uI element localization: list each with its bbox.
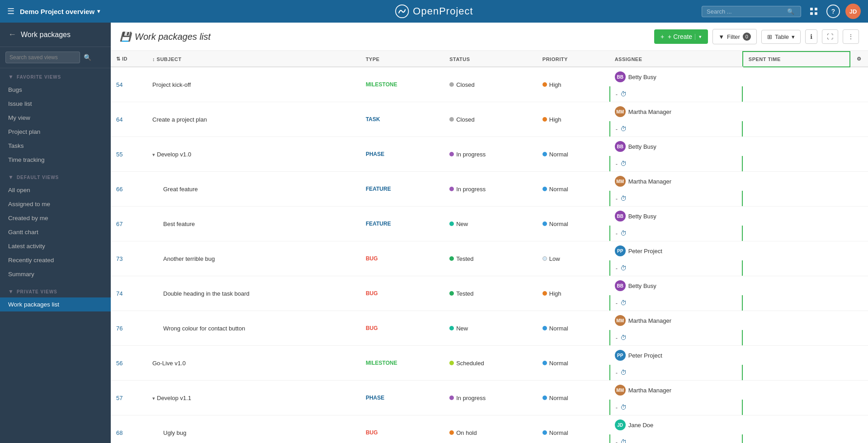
cell-id[interactable]: 55 bbox=[111, 137, 147, 172]
col-header-subject[interactable]: ↕ SUBJECT bbox=[147, 52, 360, 67]
favorite-views-toggle[interactable]: ▼ bbox=[8, 74, 14, 80]
cell-id[interactable]: 54 bbox=[111, 67, 147, 102]
cell-subject[interactable]: Ugly bug bbox=[147, 415, 360, 443]
cell-subject[interactable]: Great feature bbox=[147, 172, 360, 207]
sidebar-item-time-tracking[interactable]: Time tracking bbox=[0, 153, 111, 167]
hamburger-menu[interactable]: ☰ bbox=[7, 6, 14, 16]
log-time-icon[interactable]: ⏱ bbox=[620, 369, 627, 376]
log-time-icon[interactable]: ⏱ bbox=[620, 160, 627, 167]
sidebar-back-button[interactable]: ← bbox=[8, 30, 16, 39]
log-time-icon[interactable]: ⏱ bbox=[620, 334, 627, 341]
private-views-toggle[interactable]: ▼ bbox=[8, 288, 14, 295]
cell-subject[interactable]: Best feature bbox=[147, 207, 360, 241]
col-header-assignee[interactable]: ASSIGNEE bbox=[609, 52, 743, 67]
saved-views-search-input[interactable] bbox=[5, 52, 80, 63]
info-button[interactable]: ℹ bbox=[805, 29, 817, 44]
cell-subject[interactable]: Go-Live v1.0 bbox=[147, 346, 360, 381]
log-time-icon[interactable]: ⏱ bbox=[620, 299, 627, 306]
sidebar-item-my-view[interactable]: My view bbox=[0, 111, 111, 125]
col-header-status[interactable]: STATUS bbox=[444, 52, 537, 67]
col-header-spent-time[interactable]: SPENT TIME bbox=[743, 52, 850, 67]
log-time-icon[interactable]: ⏱ bbox=[620, 125, 627, 132]
cell-id[interactable]: 74 bbox=[111, 276, 147, 311]
sidebar-item-work-packages-list[interactable]: Work packages list bbox=[0, 297, 111, 311]
expand-row-icon[interactable]: ▾ bbox=[152, 152, 155, 157]
sidebar-item-recently-created[interactable]: Recently created bbox=[0, 253, 111, 267]
svg-rect-3 bbox=[810, 12, 813, 15]
filter-button[interactable]: ▼ Filter 0 bbox=[712, 29, 757, 44]
cell-spent-time[interactable]: -⏱ bbox=[609, 226, 743, 241]
assignee-name: Martha Manager bbox=[628, 387, 671, 394]
cell-subject[interactable]: Wrong colour for contact button bbox=[147, 311, 360, 346]
cell-spent-time[interactable]: -⏱ bbox=[609, 295, 743, 311]
sidebar-item-tasks[interactable]: Tasks bbox=[0, 139, 111, 153]
default-views-section: ▼ DEFAULT VIEWS All open Assigned to me … bbox=[0, 169, 111, 283]
cell-subject[interactable]: ▾Develop v1.0 bbox=[147, 137, 360, 172]
log-time-icon[interactable]: ⏱ bbox=[620, 195, 627, 202]
cell-id[interactable]: 73 bbox=[111, 241, 147, 276]
cell-id[interactable]: 57 bbox=[111, 381, 147, 415]
cell-subject[interactable]: Double heading in the task board bbox=[147, 276, 360, 311]
priority-dot bbox=[542, 291, 547, 296]
sidebar-item-bugs[interactable]: Bugs bbox=[0, 83, 111, 97]
cell-id[interactable]: 68 bbox=[111, 415, 147, 443]
cell-spent-time[interactable]: -⏱ bbox=[609, 191, 743, 206]
col-header-id[interactable]: ⇅ ID bbox=[111, 52, 147, 67]
grid-icon[interactable] bbox=[807, 4, 821, 19]
cell-spent-time[interactable]: -⏱ bbox=[609, 121, 743, 137]
cell-spent-time[interactable]: -⏱ bbox=[609, 330, 743, 345]
log-time-icon[interactable]: ⏱ bbox=[620, 438, 627, 443]
more-options-button[interactable]: ⋮ bbox=[843, 29, 859, 44]
cell-subject[interactable]: Another terrible bug bbox=[147, 241, 360, 276]
cell-id[interactable]: 66 bbox=[111, 172, 147, 207]
cell-id[interactable]: 67 bbox=[111, 207, 147, 241]
sidebar-item-all-open[interactable]: All open bbox=[0, 183, 111, 197]
sidebar-item-created-by-me[interactable]: Created by me bbox=[0, 211, 111, 225]
log-time-icon[interactable]: ⏱ bbox=[620, 90, 627, 98]
cell-id[interactable]: 64 bbox=[111, 102, 147, 137]
log-time-icon[interactable]: ⏱ bbox=[620, 230, 627, 237]
global-search-input[interactable] bbox=[707, 8, 783, 15]
create-button[interactable]: + + Create ▾ bbox=[654, 29, 708, 44]
create-dropdown-icon[interactable]: ▾ bbox=[695, 34, 702, 40]
log-time-icon[interactable]: ⏱ bbox=[620, 404, 627, 411]
cell-id[interactable]: 76 bbox=[111, 311, 147, 346]
cell-subject[interactable]: ▾Develop v1.1 bbox=[147, 381, 360, 415]
cell-id[interactable]: 56 bbox=[111, 346, 147, 381]
cell-subject[interactable]: Project kick-off bbox=[147, 67, 360, 102]
cell-spent-time[interactable]: -⏱ bbox=[609, 400, 743, 415]
logo-svg bbox=[395, 4, 409, 19]
toolbar: 💾 Work packages list + + Create ▾ ▼ Filt… bbox=[111, 23, 868, 51]
help-icon[interactable]: ? bbox=[826, 5, 840, 18]
sidebar-item-latest-activity[interactable]: Latest activity bbox=[0, 239, 111, 253]
cell-spent-time[interactable]: -⏱ bbox=[609, 156, 743, 171]
cell-spent-time[interactable]: -⏱ bbox=[609, 86, 743, 102]
global-search[interactable]: 🔍 bbox=[702, 6, 801, 17]
user-avatar[interactable]: JD bbox=[845, 4, 861, 19]
cell-spent-time[interactable]: -⏱ bbox=[609, 260, 743, 276]
cell-spent-time[interactable]: -⏱ bbox=[609, 365, 743, 380]
sidebar-item-assigned-to-me[interactable]: Assigned to me bbox=[0, 197, 111, 211]
log-time-icon[interactable]: ⏱ bbox=[620, 264, 627, 272]
private-views-section: ▼ PRIVATE VIEWS Work packages list bbox=[0, 283, 111, 313]
spent-time-value: - bbox=[616, 439, 618, 443]
sidebar-item-gantt-chart[interactable]: Gantt chart bbox=[0, 225, 111, 239]
cell-type: BUG bbox=[360, 415, 444, 443]
sidebar-item-project-plan[interactable]: Project plan bbox=[0, 125, 111, 139]
expand-row-icon[interactable]: ▾ bbox=[152, 396, 155, 401]
col-header-gear[interactable]: ⚙ bbox=[850, 52, 868, 67]
table-view-button[interactable]: ⊞ Table ▾ bbox=[761, 30, 801, 44]
assignee-avatar: BB bbox=[615, 280, 626, 291]
expand-button[interactable]: ⛶ bbox=[822, 29, 838, 44]
project-title[interactable]: Demo Project overview ▾ bbox=[20, 8, 100, 15]
assignee-avatar: JD bbox=[615, 419, 626, 430]
sidebar-item-issue-list[interactable]: Issue list bbox=[0, 97, 111, 111]
col-header-type[interactable]: TYPE bbox=[360, 52, 444, 67]
sidebar-item-summary[interactable]: Summary bbox=[0, 267, 111, 281]
cell-priority: Low bbox=[537, 241, 609, 276]
cell-subject[interactable]: Create a project plan bbox=[147, 102, 360, 137]
default-views-toggle[interactable]: ▼ bbox=[8, 174, 14, 180]
col-header-priority[interactable]: PRIORITY bbox=[537, 52, 609, 67]
cell-spent-time[interactable]: -⏱ bbox=[609, 434, 743, 443]
cell-row-actions bbox=[743, 276, 850, 311]
